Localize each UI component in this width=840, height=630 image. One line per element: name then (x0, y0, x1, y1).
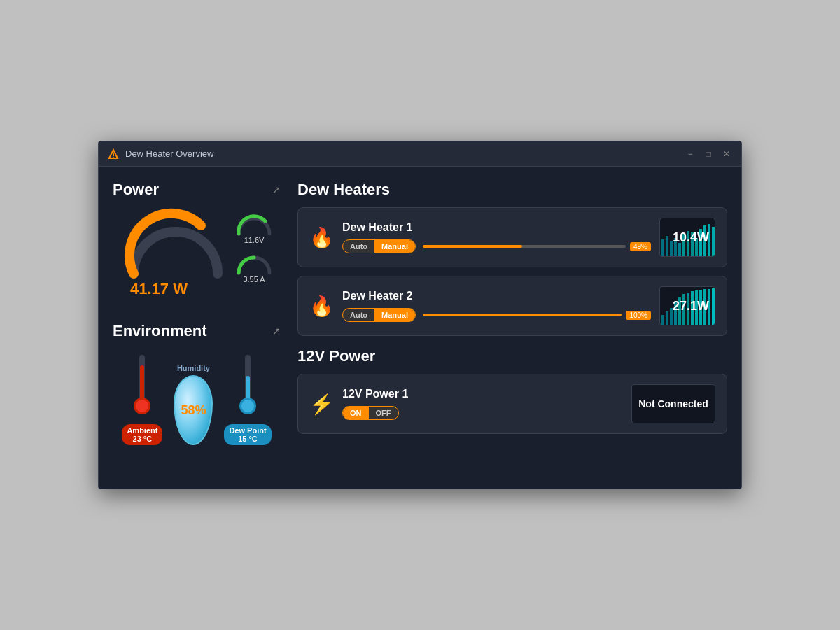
app-icon (107, 148, 120, 160)
power-1-name: 12V Power 1 (342, 388, 623, 400)
voltage-arc (234, 213, 274, 238)
power-wattage: 41.17 W (130, 280, 188, 298)
heater-2-slider-value: 100% (626, 311, 651, 320)
dewpoint-label: Dew Point 15 °C (224, 424, 271, 445)
heater-2-manual-btn[interactable]: Manual (374, 309, 415, 321)
heater-card-2: 🔥 Dew Heater 2 Auto Manual 100% (298, 276, 727, 336)
heater-2-slider-container: 100% (423, 311, 651, 320)
window-title: Dew Heater Overview (125, 148, 684, 159)
heater-2-auto-btn[interactable]: Auto (343, 309, 374, 321)
ambient-label: Ambient 23 °C (122, 424, 162, 445)
title-bar: Dew Heater Overview − □ ✕ (99, 141, 741, 167)
svg-rect-23 (712, 227, 715, 257)
window-controls: − □ ✕ (684, 148, 733, 160)
svg-rect-15 (678, 243, 681, 257)
environment-section: Environment ↗ (113, 322, 281, 445)
heater-2-icon: 🔥 (309, 295, 334, 318)
power-card-1: ⚡ 12V Power 1 ON OFF Not Connected (298, 374, 727, 434)
svg-rect-24 (662, 315, 664, 326)
svg-rect-36 (712, 288, 715, 326)
heater-1-slider-value: 49% (630, 242, 651, 251)
ambient-value: 23 °C (127, 435, 158, 443)
svg-rect-25 (666, 312, 668, 326)
heater-2-mode-toggle[interactable]: Auto Manual (342, 308, 416, 322)
heater-1-auto-btn[interactable]: Auto (343, 240, 374, 253)
heater-card-1: 🔥 Dew Heater 1 Auto Manual 49% (298, 207, 727, 267)
voltage-value: 11.6V (241, 235, 267, 245)
heater-1-mode-toggle[interactable]: Auto Manual (342, 239, 416, 253)
heater-1-wattage: 10.4W (673, 230, 709, 245)
close-button[interactable]: ✕ (720, 148, 733, 160)
dew-heaters-title: Dew Heaters (298, 181, 727, 199)
svg-point-2 (113, 156, 114, 158)
heater-2-slider-fill (423, 314, 622, 316)
power-external-link[interactable]: ↗ (272, 184, 281, 195)
heater-1-slider-container: 49% (423, 242, 651, 251)
power-title: Power (113, 181, 159, 199)
heater-2-slider-track[interactable] (423, 314, 622, 316)
current-gauge: 3.55 A (234, 252, 274, 284)
power-1-on-btn[interactable]: ON (343, 407, 369, 419)
heater-2-info: Dew Heater 2 Auto Manual 100% (342, 290, 651, 322)
ambient-thermo-svg (132, 351, 152, 421)
environment-title: Environment (113, 322, 206, 340)
power-12v-title: 12V Power (298, 347, 727, 365)
dewpoint-value: 15 °C (229, 435, 266, 443)
voltage-gauge: 11.6V (234, 213, 274, 245)
heater-1-controls: Auto Manual 49% (342, 239, 651, 253)
right-panel: Dew Heaters 🔥 Dew Heater 1 Auto Manual (298, 181, 727, 475)
heater-1-manual-btn[interactable]: Manual (374, 240, 415, 253)
current-value: 3.55 A (240, 274, 267, 284)
ambient-label-text: Ambient (127, 426, 158, 435)
power-header: Power ↗ (113, 181, 281, 199)
dewpoint-label-text: Dew Point (229, 426, 266, 435)
heater-2-chart: 27.1W (659, 286, 715, 326)
power-1-off-btn[interactable]: OFF (369, 407, 398, 419)
power-gauge-svg (120, 207, 232, 284)
ambient-thermometer: Ambient 23 °C (122, 351, 162, 445)
heater-1-icon: 🔥 (309, 226, 334, 249)
power-value-display: 41.17 W (130, 280, 188, 298)
svg-rect-11 (662, 239, 664, 257)
humidity-label-text: Humidity (177, 364, 210, 372)
minimize-button[interactable]: − (684, 148, 696, 160)
power-1-status: Not Connected (638, 398, 708, 410)
power-1-info: 12V Power 1 ON OFF (342, 388, 623, 420)
dewpoint-thermometer: Dew Point 15 °C (224, 351, 271, 445)
humidity-value: 58% (181, 403, 206, 418)
environment-header: Environment ↗ (113, 322, 281, 340)
dewpoint-thermo-svg (238, 351, 258, 421)
left-panel: Power ↗ 41.17 W (113, 181, 281, 475)
mini-gauges: 11.6V 3.55 A (234, 213, 274, 284)
heater-1-slider-fill (423, 245, 522, 248)
humidity-display: Humidity 58% (174, 364, 213, 445)
environment-external-link[interactable]: ↗ (272, 326, 281, 337)
heater-2-name: Dew Heater 2 (342, 290, 651, 302)
svg-point-6 (136, 400, 148, 412)
content-area: Power ↗ 41.17 W (99, 167, 741, 489)
maximize-button[interactable]: □ (702, 148, 715, 160)
power-1-toggle[interactable]: ON OFF (342, 406, 399, 420)
power-1-icon: ⚡ (309, 393, 334, 416)
svg-point-10 (241, 400, 254, 412)
heater-2-wattage: 27.1W (673, 299, 709, 314)
heater-2-controls: Auto Manual 100% (342, 308, 651, 322)
humidity-bulb: 58% (174, 375, 213, 445)
power-section: Power ↗ 41.17 W (113, 181, 281, 305)
power-1-status-box: Not Connected (631, 384, 715, 424)
current-arc (234, 252, 274, 277)
heater-1-name: Dew Heater 1 (342, 221, 651, 234)
heater-1-info: Dew Heater 1 Auto Manual 49% (342, 221, 651, 253)
svg-rect-12 (666, 236, 668, 257)
environment-gauges: Ambient 23 °C Humidity 58% (113, 351, 281, 445)
heater-1-slider-track[interactable] (423, 245, 626, 248)
main-window: Dew Heater Overview − □ ✕ Power ↗ (98, 141, 742, 489)
heater-1-chart: 10.4W (659, 218, 715, 257)
